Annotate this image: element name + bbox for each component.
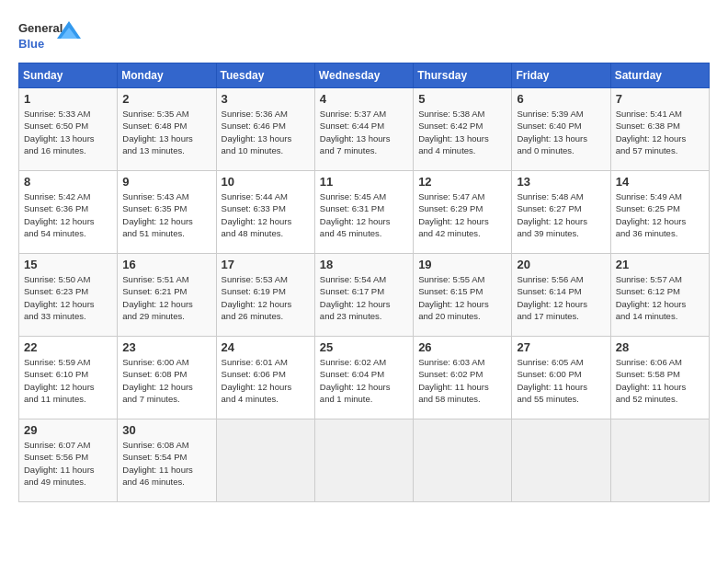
weekday-header-wednesday: Wednesday bbox=[314, 63, 413, 88]
calendar-cell: 22Sunrise: 5:59 AM Sunset: 6:10 PM Dayli… bbox=[19, 337, 118, 419]
calendar-cell: 13Sunrise: 5:48 AM Sunset: 6:27 PM Dayli… bbox=[512, 171, 610, 254]
calendar-table: SundayMondayTuesdayWednesdayThursdayFrid… bbox=[18, 63, 710, 502]
calendar-cell bbox=[610, 419, 709, 502]
weekday-header-saturday: Saturday bbox=[610, 63, 709, 88]
calendar-cell: 10Sunrise: 5:44 AM Sunset: 6:33 PM Dayli… bbox=[216, 171, 314, 254]
day-info: Sunrise: 5:45 AM Sunset: 6:31 PM Dayligh… bbox=[320, 190, 408, 239]
svg-text:Blue: Blue bbox=[18, 37, 44, 51]
weekday-header-monday: Monday bbox=[118, 63, 216, 88]
day-info: Sunrise: 5:53 AM Sunset: 6:19 PM Dayligh… bbox=[222, 273, 310, 322]
day-number: 9 bbox=[122, 175, 210, 189]
calendar-cell: 24Sunrise: 6:01 AM Sunset: 6:06 PM Dayli… bbox=[216, 337, 314, 419]
day-info: Sunrise: 6:00 AM Sunset: 6:08 PM Dayligh… bbox=[122, 356, 210, 405]
day-info: Sunrise: 5:42 AM Sunset: 6:36 PM Dayligh… bbox=[24, 190, 112, 239]
logo: General Blue bbox=[18, 18, 83, 53]
calendar-cell: 6Sunrise: 5:39 AM Sunset: 6:40 PM Daylig… bbox=[512, 88, 610, 171]
week-row-1: 1Sunrise: 5:33 AM Sunset: 6:50 PM Daylig… bbox=[19, 88, 710, 171]
week-row-5: 29Sunrise: 6:07 AM Sunset: 5:56 PM Dayli… bbox=[19, 419, 710, 502]
week-row-4: 22Sunrise: 5:59 AM Sunset: 6:10 PM Dayli… bbox=[19, 337, 710, 419]
day-number: 26 bbox=[418, 340, 506, 354]
day-number: 14 bbox=[616, 175, 704, 189]
calendar-cell: 16Sunrise: 5:51 AM Sunset: 6:21 PM Dayli… bbox=[118, 254, 216, 337]
day-number: 15 bbox=[24, 258, 112, 271]
calendar-cell: 29Sunrise: 6:07 AM Sunset: 5:56 PM Dayli… bbox=[19, 419, 118, 502]
day-info: Sunrise: 5:59 AM Sunset: 6:10 PM Dayligh… bbox=[24, 356, 112, 405]
day-info: Sunrise: 6:02 AM Sunset: 6:04 PM Dayligh… bbox=[320, 356, 408, 405]
day-info: Sunrise: 5:51 AM Sunset: 6:21 PM Dayligh… bbox=[122, 273, 210, 322]
day-info: Sunrise: 5:50 AM Sunset: 6:23 PM Dayligh… bbox=[24, 273, 112, 322]
day-number: 7 bbox=[616, 92, 704, 106]
weekday-header-row: SundayMondayTuesdayWednesdayThursdayFrid… bbox=[19, 63, 710, 88]
day-number: 1 bbox=[24, 92, 112, 106]
day-info: Sunrise: 5:39 AM Sunset: 6:40 PM Dayligh… bbox=[517, 108, 605, 156]
page-header: General Blue bbox=[18, 18, 710, 53]
calendar-cell: 17Sunrise: 5:53 AM Sunset: 6:19 PM Dayli… bbox=[216, 254, 314, 337]
week-row-3: 15Sunrise: 5:50 AM Sunset: 6:23 PM Dayli… bbox=[19, 254, 710, 337]
day-info: Sunrise: 5:35 AM Sunset: 6:48 PM Dayligh… bbox=[122, 108, 210, 156]
day-number: 3 bbox=[222, 92, 310, 106]
day-info: Sunrise: 6:03 AM Sunset: 6:02 PM Dayligh… bbox=[418, 356, 506, 405]
day-info: Sunrise: 5:56 AM Sunset: 6:14 PM Dayligh… bbox=[517, 273, 605, 322]
calendar-cell: 23Sunrise: 6:00 AM Sunset: 6:08 PM Dayli… bbox=[118, 337, 216, 419]
day-info: Sunrise: 5:55 AM Sunset: 6:15 PM Dayligh… bbox=[418, 273, 506, 322]
calendar-cell: 18Sunrise: 5:54 AM Sunset: 6:17 PM Dayli… bbox=[314, 254, 413, 337]
calendar-cell: 2Sunrise: 5:35 AM Sunset: 6:48 PM Daylig… bbox=[118, 88, 216, 171]
day-number: 11 bbox=[320, 175, 408, 189]
day-number: 18 bbox=[320, 258, 408, 271]
day-number: 23 bbox=[122, 340, 210, 354]
calendar-cell bbox=[512, 419, 610, 502]
calendar-cell: 3Sunrise: 5:36 AM Sunset: 6:46 PM Daylig… bbox=[216, 88, 314, 171]
week-row-2: 8Sunrise: 5:42 AM Sunset: 6:36 PM Daylig… bbox=[19, 171, 710, 254]
weekday-header-friday: Friday bbox=[512, 63, 610, 88]
day-info: Sunrise: 5:41 AM Sunset: 6:38 PM Dayligh… bbox=[616, 108, 704, 156]
day-number: 21 bbox=[616, 258, 704, 271]
day-number: 10 bbox=[222, 175, 310, 189]
day-number: 19 bbox=[418, 258, 506, 271]
calendar-cell bbox=[314, 419, 413, 502]
day-info: Sunrise: 5:54 AM Sunset: 6:17 PM Dayligh… bbox=[320, 273, 408, 322]
day-number: 27 bbox=[517, 340, 605, 354]
day-number: 17 bbox=[222, 258, 310, 271]
day-number: 30 bbox=[122, 423, 210, 437]
day-info: Sunrise: 5:43 AM Sunset: 6:35 PM Dayligh… bbox=[122, 190, 210, 239]
calendar-cell: 20Sunrise: 5:56 AM Sunset: 6:14 PM Dayli… bbox=[512, 254, 610, 337]
day-number: 20 bbox=[517, 258, 605, 271]
day-info: Sunrise: 5:44 AM Sunset: 6:33 PM Dayligh… bbox=[222, 190, 310, 239]
svg-text:General: General bbox=[18, 21, 63, 35]
day-info: Sunrise: 5:57 AM Sunset: 6:12 PM Dayligh… bbox=[616, 273, 704, 322]
day-info: Sunrise: 5:36 AM Sunset: 6:46 PM Dayligh… bbox=[222, 108, 310, 156]
day-number: 12 bbox=[418, 175, 506, 189]
calendar-cell: 14Sunrise: 5:49 AM Sunset: 6:25 PM Dayli… bbox=[610, 171, 709, 254]
calendar-cell: 19Sunrise: 5:55 AM Sunset: 6:15 PM Dayli… bbox=[414, 254, 512, 337]
day-info: Sunrise: 5:49 AM Sunset: 6:25 PM Dayligh… bbox=[616, 190, 704, 239]
day-number: 2 bbox=[122, 92, 210, 106]
day-info: Sunrise: 5:48 AM Sunset: 6:27 PM Dayligh… bbox=[517, 190, 605, 239]
calendar-cell: 25Sunrise: 6:02 AM Sunset: 6:04 PM Dayli… bbox=[314, 337, 413, 419]
calendar-cell: 30Sunrise: 6:08 AM Sunset: 5:54 PM Dayli… bbox=[118, 419, 216, 502]
calendar-cell: 12Sunrise: 5:47 AM Sunset: 6:29 PM Dayli… bbox=[414, 171, 512, 254]
day-number: 22 bbox=[24, 340, 112, 354]
calendar-cell: 15Sunrise: 5:50 AM Sunset: 6:23 PM Dayli… bbox=[19, 254, 118, 337]
day-info: Sunrise: 6:06 AM Sunset: 5:58 PM Dayligh… bbox=[616, 356, 704, 405]
calendar-cell: 8Sunrise: 5:42 AM Sunset: 6:36 PM Daylig… bbox=[19, 171, 118, 254]
day-info: Sunrise: 6:07 AM Sunset: 5:56 PM Dayligh… bbox=[24, 439, 112, 488]
day-info: Sunrise: 6:05 AM Sunset: 6:00 PM Dayligh… bbox=[517, 356, 605, 405]
calendar-cell: 4Sunrise: 5:37 AM Sunset: 6:44 PM Daylig… bbox=[314, 88, 413, 171]
day-number: 24 bbox=[222, 340, 310, 354]
day-number: 13 bbox=[517, 175, 605, 189]
calendar-cell: 21Sunrise: 5:57 AM Sunset: 6:12 PM Dayli… bbox=[610, 254, 709, 337]
day-number: 28 bbox=[616, 340, 704, 354]
day-info: Sunrise: 5:38 AM Sunset: 6:42 PM Dayligh… bbox=[418, 108, 506, 156]
day-info: Sunrise: 5:33 AM Sunset: 6:50 PM Dayligh… bbox=[24, 108, 112, 156]
day-info: Sunrise: 5:37 AM Sunset: 6:44 PM Dayligh… bbox=[320, 108, 408, 156]
calendar-cell: 1Sunrise: 5:33 AM Sunset: 6:50 PM Daylig… bbox=[19, 88, 118, 171]
calendar-cell: 11Sunrise: 5:45 AM Sunset: 6:31 PM Dayli… bbox=[314, 171, 413, 254]
calendar-cell: 26Sunrise: 6:03 AM Sunset: 6:02 PM Dayli… bbox=[414, 337, 512, 419]
day-number: 25 bbox=[320, 340, 408, 354]
weekday-header-tuesday: Tuesday bbox=[216, 63, 314, 88]
logo-svg: General Blue bbox=[18, 18, 83, 53]
weekday-header-thursday: Thursday bbox=[414, 63, 512, 88]
calendar-cell: 27Sunrise: 6:05 AM Sunset: 6:00 PM Dayli… bbox=[512, 337, 610, 419]
calendar-cell: 5Sunrise: 5:38 AM Sunset: 6:42 PM Daylig… bbox=[414, 88, 512, 171]
day-info: Sunrise: 6:01 AM Sunset: 6:06 PM Dayligh… bbox=[222, 356, 310, 405]
